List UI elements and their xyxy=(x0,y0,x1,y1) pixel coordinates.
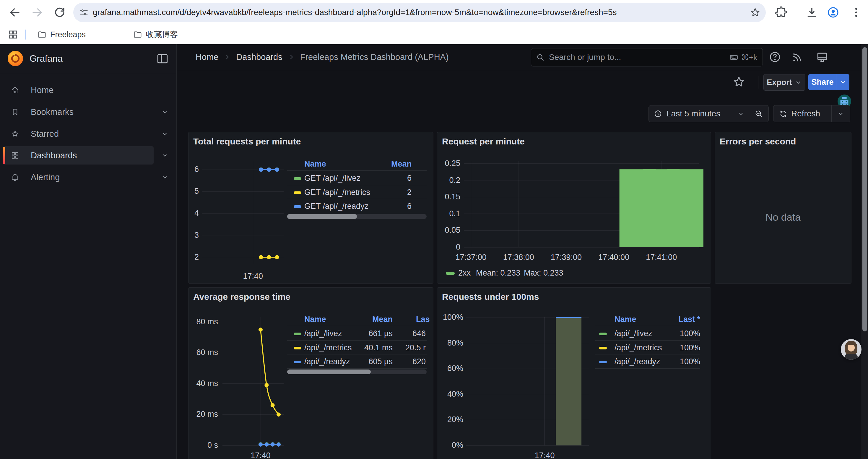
legend-series-name[interactable]: /api/_/readyz xyxy=(615,357,660,366)
screen: grafana.mathmast.com/d/deytv4rwavabkb/fr… xyxy=(0,0,868,459)
time-range-button[interactable]: Last 5 minutes xyxy=(649,105,769,122)
bookmark-item-0[interactable]: Freeleaps xyxy=(33,27,90,42)
menu-icon[interactable] xyxy=(850,6,863,19)
legend-header-name[interactable]: Name xyxy=(615,315,637,324)
bookmark-star-icon[interactable] xyxy=(749,6,761,18)
panel-left-toggle-icon[interactable] xyxy=(156,52,169,65)
legend-header-mean[interactable]: Mean xyxy=(372,315,393,324)
legend-series-pill[interactable] xyxy=(294,347,301,350)
legend-series-pill[interactable] xyxy=(599,347,607,350)
url-bar[interactable]: grafana.mathmast.com/d/deytv4rwavabkb/fr… xyxy=(73,3,766,22)
zoom-out-icon[interactable] xyxy=(749,109,769,118)
panel-requests-under-100ms: Requests under 100ms100%80%60%40%20%0%17… xyxy=(437,287,711,459)
legend-series-pill[interactable] xyxy=(294,177,301,180)
apps-grid-icon[interactable] xyxy=(8,29,18,40)
back-arrow-icon[interactable] xyxy=(8,6,21,19)
legend-series-pill[interactable] xyxy=(294,191,301,194)
export-button[interactable]: Export xyxy=(764,74,805,91)
bookmark-icon xyxy=(11,107,20,117)
legend-series-pill[interactable] xyxy=(294,361,301,363)
share-dropdown-chevron[interactable] xyxy=(837,74,849,90)
url-text: grafana.mathmast.com/d/deytv4rwavabkb/fr… xyxy=(93,3,743,22)
keyboard-icon xyxy=(730,53,738,62)
brand-name: Grafana xyxy=(30,44,63,73)
legend-separator xyxy=(287,340,427,340)
panel-title[interactable]: Errors per second xyxy=(720,136,796,146)
legend-header-last[interactable]: Last * xyxy=(678,315,700,324)
legend-series-name[interactable]: /api/_/metrics xyxy=(615,343,662,352)
legend-series-name[interactable]: /api/_/readyz xyxy=(304,357,350,366)
sidebar-item-label: Dashboards xyxy=(31,146,77,165)
sidebar-item-home[interactable]: Home xyxy=(0,81,176,99)
share-button[interactable]: Share xyxy=(808,74,849,90)
legend-header-las[interactable]: Las xyxy=(416,315,430,324)
extensions-icon[interactable] xyxy=(775,6,788,19)
profile-icon[interactable] xyxy=(827,6,840,19)
refresh-dropdown-chevron[interactable] xyxy=(832,110,850,117)
legend-series-name[interactable]: GET /api/_/readyz xyxy=(304,202,368,211)
legend-series-name[interactable]: /api/_/livez xyxy=(304,329,342,338)
legend-series-pill[interactable] xyxy=(294,333,301,335)
plot-requests-under-100ms[interactable] xyxy=(437,288,711,459)
panel-errors-per-second: Errors per secondNo data xyxy=(715,132,851,284)
chevron-down-icon xyxy=(161,130,168,137)
bookmark-label: Freeleaps xyxy=(50,30,86,39)
legend-header-name[interactable]: Name xyxy=(304,160,326,169)
chevron-down-icon xyxy=(161,152,168,159)
legend-separator xyxy=(287,170,427,171)
legend-separator xyxy=(287,326,427,326)
legend-value: 40.1 ms xyxy=(364,343,393,352)
breadcrumb-item-0[interactable]: Home xyxy=(195,52,218,62)
legend-series-name[interactable]: GET /api/_/metrics xyxy=(304,188,370,197)
legend-value: 20.5 r xyxy=(405,343,426,352)
grafana-logo-icon[interactable] xyxy=(8,51,23,66)
reload-icon[interactable] xyxy=(53,6,66,19)
forward-arrow-icon[interactable] xyxy=(31,6,44,19)
favorite-star-icon[interactable] xyxy=(732,75,746,89)
sidebar-item-alerting[interactable]: Alerting xyxy=(0,168,176,186)
sidebar-item-label: Alerting xyxy=(31,168,60,186)
legend-series-name[interactable]: /api/_/livez xyxy=(615,329,652,338)
sidebar-divider xyxy=(0,73,176,73)
grid-icon xyxy=(11,151,20,160)
download-icon[interactable] xyxy=(805,6,818,19)
legend-scrollbar-thumb[interactable] xyxy=(287,214,357,219)
legend-series-name[interactable]: 2xx xyxy=(458,268,471,277)
sidebar-item-label: Home xyxy=(31,81,54,99)
rss-icon[interactable] xyxy=(790,51,804,64)
search-input[interactable]: Search or jump to... ⌘+k xyxy=(531,48,763,66)
panel-request-per-minute: Request per minute0.250.20.150.10.05017:… xyxy=(437,132,711,284)
legend-value: 100% xyxy=(680,343,700,352)
legend-value: 6 xyxy=(407,174,411,183)
refresh-button[interactable]: Refresh xyxy=(773,105,850,122)
legend-series-name[interactable]: GET /api/_/livez xyxy=(304,174,361,183)
page-scrollbar[interactable] xyxy=(861,44,868,459)
breadcrumb-item-1[interactable]: Dashboards xyxy=(236,52,282,62)
bookmark-label: 收藏博客 xyxy=(146,29,178,40)
legend-scrollbar-thumb[interactable] xyxy=(287,369,371,374)
legend-series-pill[interactable] xyxy=(446,272,455,275)
breadcrumb-chevron-icon xyxy=(224,54,231,61)
site-info-icon[interactable] xyxy=(79,8,89,17)
search-icon xyxy=(536,53,545,62)
legend-series-name[interactable]: /api/_/metrics xyxy=(304,343,352,352)
legend-value: 100% xyxy=(680,357,700,366)
monitor-icon[interactable] xyxy=(816,51,829,64)
legend-separator xyxy=(287,185,427,185)
help-icon[interactable] xyxy=(769,51,781,64)
legend-series-pill[interactable] xyxy=(599,333,607,335)
sidebar-item-dashboards[interactable]: Dashboards xyxy=(0,146,176,165)
legend-series-pill[interactable] xyxy=(599,361,607,363)
no-data-message: No data xyxy=(715,211,851,223)
plot-request-per-minute[interactable] xyxy=(437,132,711,283)
scrollbar-thumb[interactable] xyxy=(862,47,867,331)
sidebar-item-bookmarks[interactable]: Bookmarks xyxy=(0,103,176,121)
assistant-avatar[interactable] xyxy=(841,339,862,360)
panel-average-response-time: Average response time80 ms60 ms40 ms20 m… xyxy=(188,287,433,459)
legend-header-name[interactable]: Name xyxy=(304,315,326,324)
bookmark-item-1[interactable]: 收藏博客 xyxy=(129,27,182,42)
legend-series-pill[interactable] xyxy=(294,205,301,208)
sidebar-item-starred[interactable]: Starred xyxy=(0,125,176,143)
breadcrumb-item-2: Freeleaps Metrics Dashboard (ALPHA) xyxy=(300,52,449,62)
legend-header-mean[interactable]: Mean xyxy=(391,160,411,169)
